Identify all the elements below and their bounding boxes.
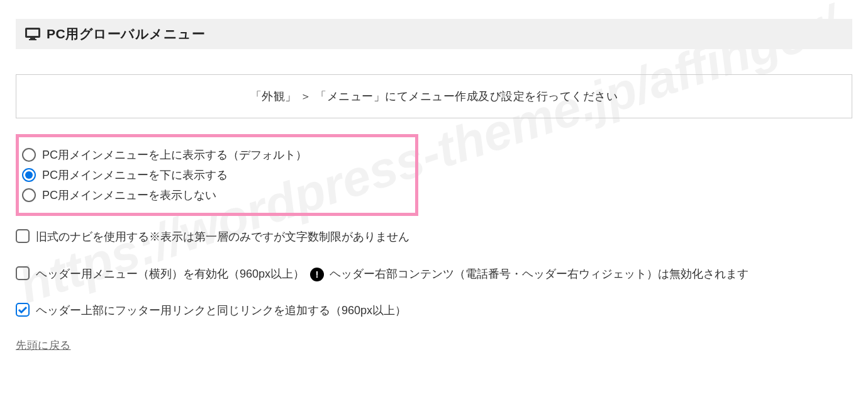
checkbox-label: 旧式のナビを使用する※表示は第一層のみですが文字数制限がありません	[36, 227, 409, 247]
checkbox-label-part2: ヘッダー右部コンテンツ（電話番号・ヘッダー右ウィジェット）は無効化されます	[330, 268, 748, 280]
radio-label: PC用メインメニューを表示しない	[42, 188, 216, 203]
svg-rect-3	[30, 38, 35, 39]
checkbox-icon[interactable]	[16, 229, 30, 243]
checkbox-label: ヘッダー上部にフッター用リンクと同じリンクを追加する（960px以上）	[36, 301, 406, 320]
checkbox-label-part1: ヘッダー用メニュー（横列）を有効化（960px以上）	[36, 268, 304, 280]
checkbox-label-wrap: ヘッダー用メニュー（横列）を有効化（960px以上） ! ヘッダー右部コンテンツ…	[36, 264, 852, 284]
radio-icon[interactable]	[22, 168, 36, 182]
checkbox-icon[interactable]	[16, 266, 30, 280]
radio-option-top[interactable]: PC用メインメニューを上に表示する（デフォルト）	[22, 145, 412, 165]
radio-icon[interactable]	[22, 188, 36, 202]
svg-rect-2	[27, 30, 38, 36]
checkbox-legacy-nav[interactable]: 旧式のナビを使用する※表示は第一層のみですが文字数制限がありません	[16, 227, 852, 247]
notice-text: 「外観」 ＞ 「メニュー」にてメニュー作成及び設定を行ってください	[250, 90, 618, 103]
section-header: PC用グローバルメニュー	[16, 19, 852, 49]
notice-box: 「外観」 ＞ 「メニュー」にてメニュー作成及び設定を行ってください	[16, 74, 852, 118]
checkbox-footer-link[interactable]: ヘッダー上部にフッター用リンクと同じリンクを追加する（960px以上）	[16, 301, 852, 320]
monitor-icon	[25, 28, 40, 40]
checkbox-header-menu[interactable]: ヘッダー用メニュー（横列）を有効化（960px以上） ! ヘッダー右部コンテンツ…	[16, 264, 852, 284]
radio-group-highlight: PC用メインメニューを上に表示する（デフォルト） PC用メインメニューを下に表示…	[16, 134, 418, 216]
checkbox-icon[interactable]	[16, 303, 30, 317]
radio-option-bottom[interactable]: PC用メインメニューを下に表示する	[22, 165, 412, 185]
settings-content: PC用グローバルメニュー 「外観」 ＞ 「メニュー」にてメニュー作成及び設定を行…	[16, 19, 852, 353]
back-to-top-link[interactable]: 先頭に戻る	[16, 339, 71, 351]
radio-label: PC用メインメニューを上に表示する（デフォルト）	[42, 147, 307, 162]
radio-option-none[interactable]: PC用メインメニューを表示しない	[22, 185, 412, 205]
radio-icon[interactable]	[22, 148, 36, 162]
svg-rect-4	[29, 39, 36, 40]
radio-label: PC用メインメニューを下に表示する	[42, 167, 228, 183]
warning-icon: !	[310, 268, 324, 281]
section-title: PC用グローバルメニュー	[47, 25, 205, 43]
